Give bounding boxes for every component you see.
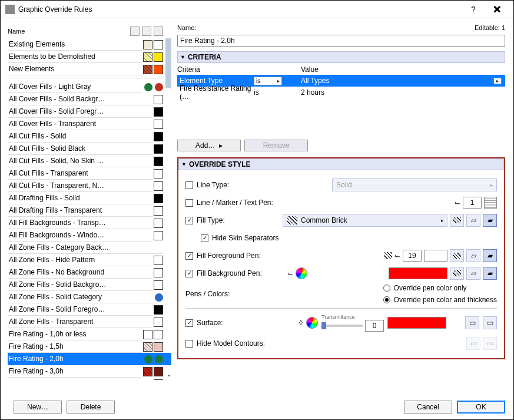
window-title: Graphic Override Rules: [18, 5, 92, 14]
fill-fg-label: Fill Foreground Pen:: [197, 252, 384, 260]
surface-checkbox[interactable]: [185, 319, 193, 327]
transmittance-slider[interactable]: [321, 325, 363, 327]
rule-name-input[interactable]: [177, 35, 505, 47]
scroll-down-icon[interactable]: ⌄: [167, 371, 171, 378]
rule-row[interactable]: All Cover Fills - Light Gray: [8, 81, 171, 93]
line-type-label: Line Type:: [197, 181, 332, 189]
header-icon-2[interactable]: [142, 27, 151, 36]
rule-row[interactable]: All Drafting Fills - Transparent: [8, 204, 171, 217]
fill-scope-2[interactable]: ▱: [466, 214, 480, 227]
line-type-dropdown[interactable]: Solid▸: [332, 178, 497, 191]
rule-row[interactable]: Fire Rating - 1,5h: [8, 340, 171, 353]
rule-row[interactable]: All Cut Fills - Transparent, N…: [8, 180, 171, 192]
line-pen-swatch[interactable]: [484, 197, 497, 209]
close-button[interactable]: 🗙: [485, 1, 509, 18]
rule-row[interactable]: All Fill Backgrounds - Transp…: [8, 217, 171, 229]
header-icon-3[interactable]: [154, 27, 163, 36]
rule-row[interactable]: Fire Rating - 2,0h: [8, 353, 171, 365]
bg-scope-3[interactable]: ▰: [483, 267, 497, 280]
name-column-header: Name: [8, 28, 128, 35]
rule-row[interactable]: All Drafting Fills - Solid: [8, 192, 171, 204]
fg-scope-1[interactable]: [450, 249, 464, 262]
fill-type-checkbox[interactable]: [185, 217, 193, 224]
rule-row[interactable]: All Zone Fills - Hide Pattern: [8, 254, 171, 266]
rule-row[interactable]: All Cover Fills - Transparent: [8, 118, 171, 130]
hide-model-label: Hide Model Contours:: [197, 339, 466, 348]
scrollbar[interactable]: [165, 38, 171, 88]
surface-swatch[interactable]: [387, 317, 446, 329]
hide-skin-label: Hide Skin Separators: [212, 234, 497, 242]
rule-row[interactable]: All Fill Backgrounds - Windo…: [8, 229, 171, 242]
fill-scope-3[interactable]: ▰: [483, 214, 497, 227]
disclosure-triangle-icon: ▼: [181, 161, 187, 167]
rule-row[interactable]: New Elements: [8, 63, 171, 75]
radio-color-only[interactable]: Override pen color only: [383, 283, 497, 293]
rule-list-panel: Name ⌄ Existing ElementsElements to be D…: [1, 18, 171, 388]
rule-row[interactable]: All Cover Fills - Solid Backgr…: [8, 93, 171, 105]
hatch-icon: [384, 252, 392, 259]
bg-scope-1[interactable]: [450, 267, 464, 280]
rule-row[interactable]: All Zone Fills - Solid Backgro…: [8, 279, 171, 291]
transmittance-label: Transmittance: [321, 314, 384, 320]
fg-scope-2[interactable]: ▱: [466, 249, 480, 262]
name-label: Name:: [177, 24, 196, 31]
rule-row[interactable]: All Zone Fills - Solid Foregro…: [8, 303, 171, 316]
rule-row[interactable]: All Cut Fills - Transparent: [8, 167, 171, 180]
add-criteria-button[interactable]: Add… ▸: [177, 140, 241, 151]
delete-button[interactable]: Delete: [67, 401, 115, 414]
remove-criteria-button: Remove: [244, 140, 308, 151]
fill-bg-swatch[interactable]: [389, 267, 447, 279]
hide-skin-checkbox[interactable]: [201, 234, 208, 242]
line-pen-number[interactable]: [463, 197, 482, 209]
rule-row[interactable]: Fire Rating - 1,0h or less: [8, 328, 171, 340]
fill-type-dropdown[interactable]: Common Brick▸: [283, 214, 447, 227]
hide-model-checkbox[interactable]: [185, 340, 193, 348]
surface-label: Surface:: [197, 319, 299, 327]
new-button[interactable]: New…: [14, 401, 62, 414]
rule-row[interactable]: All Cut Fills - Solid Black: [8, 143, 171, 155]
fill-scope-1[interactable]: [450, 214, 464, 227]
criteria-rows[interactable]: Element Typeis▸All Types▸Fire Resistance…: [177, 75, 505, 98]
fill-fg-swatch[interactable]: [424, 250, 447, 262]
transmittance-input[interactable]: [365, 320, 384, 332]
rule-row[interactable]: All Zone Fills - Category Back…: [8, 242, 171, 254]
ok-button[interactable]: OK: [457, 401, 505, 414]
rule-row[interactable]: All Zone Fills - Transparent: [8, 316, 171, 328]
fg-scope-3[interactable]: ▰: [483, 249, 497, 262]
editable-label: Editable: 1: [475, 24, 505, 31]
rule-row[interactable]: Elements to be Demolished: [8, 51, 171, 63]
help-button[interactable]: ?: [462, 1, 485, 18]
rule-row[interactable]: All Zone Fills - No Background: [8, 266, 171, 279]
line-pen-label: Line / Marker / Text Pen:: [197, 199, 455, 207]
rule-row[interactable]: All Cover Fills - Solid Foregr…: [8, 105, 171, 118]
rule-row[interactable]: All Cut Fills - Solid: [8, 130, 171, 143]
rule-row[interactable]: Fire Rating - 3,0h: [8, 365, 171, 378]
header-icon-1[interactable]: [130, 27, 140, 36]
radio-color-thickness[interactable]: Override pen color and thickness: [383, 295, 497, 305]
surface-scope-2[interactable]: ▭: [483, 316, 497, 329]
rule-list[interactable]: ⌄ Existing ElementsElements to be Demoli…: [8, 38, 171, 380]
surface-scope-1[interactable]: ▭: [465, 316, 479, 329]
rule-row[interactable]: Fire Zone 1: [8, 378, 171, 380]
fill-fg-checkbox[interactable]: [185, 252, 193, 260]
footer: New… Delete Cancel OK: [1, 395, 513, 419]
override-header[interactable]: ▼ OVERRIDE STYLE: [178, 158, 504, 170]
line-pen-checkbox[interactable]: [185, 199, 193, 207]
rule-row[interactable]: All Cut Fills - Solid, No Skin …: [8, 155, 171, 167]
rule-row[interactable]: All Zone Fills - Solid Category: [8, 291, 171, 303]
editor-panel: Name: Editable: 1 ▼ CRITERIA Criteria Va…: [171, 18, 513, 388]
contour-scope-1: ▭: [466, 337, 480, 350]
fill-bg-checkbox[interactable]: [185, 270, 193, 277]
fill-bg-label: Fill Background Pen:: [197, 269, 287, 277]
surface-color-wheel[interactable]: [306, 317, 318, 329]
value-col: Value: [301, 65, 319, 74]
line-type-checkbox[interactable]: [185, 181, 193, 189]
color-wheel-icon[interactable]: [296, 267, 307, 279]
criteria-row[interactable]: Fire Resistance Rating (…is2 hours: [177, 87, 505, 98]
bg-scope-2[interactable]: ▱: [466, 267, 480, 280]
rule-row[interactable]: Existing Elements: [8, 38, 171, 51]
override-style-box: ▼ OVERRIDE STYLE Line Type: Solid▸ Line …: [177, 157, 505, 359]
criteria-header[interactable]: ▼ CRITERIA: [177, 51, 505, 63]
cancel-button[interactable]: Cancel: [404, 401, 452, 414]
fill-fg-number[interactable]: [403, 250, 422, 262]
